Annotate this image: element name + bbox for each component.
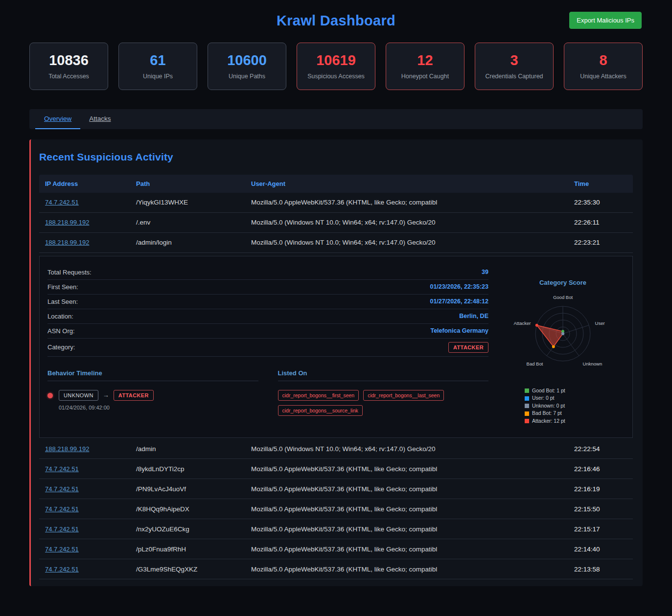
stat-label: Total Accesses bbox=[35, 73, 103, 80]
table-row[interactable]: 74.7.242.51 /YiqykGI13WHXE Mozilla/5.0 A… bbox=[39, 193, 633, 213]
tab[interactable]: Overview bbox=[35, 109, 80, 129]
radar-chart-title: Category Score bbox=[539, 279, 586, 286]
detail-field-row: Total Requests: 39 bbox=[47, 265, 488, 280]
stat-card: 10600 Unique Paths bbox=[208, 43, 286, 90]
detail-left: Total Requests: 39 First Seen: 01/23/202… bbox=[47, 265, 488, 425]
ip-link[interactable]: 74.7.242.51 bbox=[45, 546, 79, 553]
category-badge-unknown: UNKNOWN bbox=[59, 390, 98, 401]
ip-link[interactable]: 74.7.242.51 bbox=[45, 199, 79, 206]
table-rows-top: 74.7.242.51 /YiqykGI13WHXE Mozilla/5.0 A… bbox=[39, 193, 633, 253]
path-cell: /admin/login bbox=[136, 239, 251, 246]
tab[interactable]: Attacks bbox=[80, 109, 119, 129]
time-cell: 22:16:46 bbox=[574, 465, 627, 473]
ip-link[interactable]: 74.7.242.51 bbox=[45, 505, 79, 513]
user-agent-cell: Mozilla/5.0 AppleWebKit/537.36 (KHTML, l… bbox=[251, 525, 574, 533]
stat-value: 8 bbox=[569, 52, 637, 69]
col-header-path: Path bbox=[136, 180, 251, 187]
field-value: Berlin, DE bbox=[459, 313, 488, 319]
stat-card: 10836 Total Accesses bbox=[29, 43, 108, 90]
path-cell: /pLz0Fnua9fRhH bbox=[136, 546, 251, 553]
field-value: ATTACKER bbox=[448, 342, 488, 353]
field-label: ASN Org: bbox=[47, 327, 75, 335]
field-label: Total Requests: bbox=[47, 269, 92, 276]
legend-item: Unknown: 0 pt bbox=[525, 402, 565, 410]
stat-label: Unique Attackers bbox=[569, 73, 637, 80]
stats-row: 10836 Total Accesses 61 Unique IPs 10600… bbox=[29, 43, 643, 90]
detail-field-row: Category: ATTACKER bbox=[47, 339, 488, 357]
ip-link[interactable]: 188.218.99.192 bbox=[45, 219, 89, 226]
svg-text:Good Bot: Good Bot bbox=[553, 295, 573, 300]
path-cell: /K8HQq9hAipeDX bbox=[136, 505, 251, 513]
ip-link[interactable]: 188.218.99.192 bbox=[45, 239, 89, 246]
field-value: 39 bbox=[482, 269, 488, 275]
stat-value: 10600 bbox=[213, 52, 281, 69]
time-cell: 22:16:19 bbox=[574, 485, 627, 493]
user-agent-cell: Mozilla/5.0 AppleWebKit/537.36 (KHTML, l… bbox=[251, 465, 574, 473]
blocklist-badge[interactable]: cidr_report_bogons__source_link bbox=[278, 405, 363, 416]
table-row[interactable]: 188.218.99.192 /admin Mozilla/5.0 (Windo… bbox=[39, 439, 633, 459]
col-header-user-agent: User-Agent bbox=[251, 180, 574, 187]
table-row[interactable]: 74.7.242.51 /nx2yUOZuE6Ckg Mozilla/5.0 A… bbox=[39, 519, 633, 539]
radar-legend: Good Bot: 1 pt User: 0 pt Unknown: 0 pt bbox=[501, 387, 565, 425]
path-cell: /.env bbox=[136, 219, 251, 226]
col-header-time: Time bbox=[574, 180, 627, 187]
user-agent-cell: Mozilla/5.0 (Windows NT 10.0; Win64; x64… bbox=[251, 239, 574, 246]
table-row[interactable]: 74.7.242.51 /G3Lme9ShEQgXKZ Mozilla/5.0 … bbox=[39, 559, 633, 579]
behavior-timeline-title: Behavior Timeline bbox=[47, 369, 258, 381]
suspicious-activity-table: IP Address Path User-Agent Time 74.7.242… bbox=[39, 175, 633, 580]
legend-item: Bad Bot: 7 pt bbox=[525, 410, 565, 417]
ip-link[interactable]: 74.7.242.51 bbox=[45, 485, 79, 493]
timeline-content: UNKNOWN → ATTACKER 01/24/2026, 09:42:00 bbox=[59, 390, 154, 411]
time-cell: 22:13:58 bbox=[574, 566, 627, 573]
detail-field-row: First Seen: 01/23/2026, 22:35:23 bbox=[47, 280, 488, 295]
page: Krawl Dashboard Export Malicious IPs 108… bbox=[0, 0, 672, 596]
behavior-timeline-section: Behavior Timeline UNKNOWN → ATTACKER bbox=[47, 369, 258, 416]
table-row[interactable]: 188.218.99.192 /.env Mozilla/5.0 (Window… bbox=[39, 213, 633, 233]
detail-field-row: ASN Org: Telefonica Germany bbox=[47, 324, 488, 339]
table-rows-bottom: 188.218.99.192 /admin Mozilla/5.0 (Windo… bbox=[39, 439, 633, 579]
table-row[interactable]: 74.7.242.51 /pLz0Fnua9fRhH Mozilla/5.0 A… bbox=[39, 539, 633, 559]
stat-label: Suspicious Accesses bbox=[302, 73, 370, 80]
ip-link[interactable]: 74.7.242.51 bbox=[45, 566, 79, 573]
field-value: 01/23/2026, 22:35:23 bbox=[430, 283, 488, 290]
table-row[interactable]: 188.218.99.192 /admin/login Mozilla/5.0 … bbox=[39, 233, 633, 253]
tab-bar: Overview Attacks bbox=[29, 109, 643, 129]
stat-card: 12 Honeypot Caught bbox=[386, 43, 464, 90]
ip-link[interactable]: 188.218.99.192 bbox=[45, 445, 89, 453]
table-row[interactable]: 74.7.242.51 /8ykdLnDYTi2cp Mozilla/5.0 A… bbox=[39, 459, 633, 479]
field-label: Last Seen: bbox=[47, 298, 78, 305]
legend-swatch-icon bbox=[525, 404, 529, 408]
user-agent-cell: Mozilla/5.0 AppleWebKit/537.36 (KHTML, l… bbox=[251, 546, 574, 553]
user-agent-cell: Mozilla/5.0 AppleWebKit/537.36 (KHTML, l… bbox=[251, 485, 574, 493]
ip-link[interactable]: 74.7.242.51 bbox=[45, 465, 79, 473]
path-cell: /admin bbox=[136, 445, 251, 453]
page-title: Krawl Dashboard bbox=[29, 13, 643, 29]
time-cell: 22:14:40 bbox=[574, 546, 627, 553]
table-row[interactable]: 74.7.242.51 /K8HQq9hAipeDX Mozilla/5.0 A… bbox=[39, 499, 633, 519]
svg-text:Unknown: Unknown bbox=[583, 361, 602, 366]
stat-label: Credentials Captured bbox=[480, 73, 548, 80]
col-header-ip: IP Address bbox=[45, 180, 136, 187]
stat-value: 12 bbox=[391, 52, 459, 69]
field-value: Telefonica Germany bbox=[430, 327, 488, 334]
user-agent-cell: Mozilla/5.0 (Windows NT 10.0; Win64; x64… bbox=[251, 219, 574, 226]
ip-detail-panel: Total Requests: 39 First Seen: 01/23/202… bbox=[39, 256, 633, 438]
path-cell: /YiqykGI13WHXE bbox=[136, 199, 251, 206]
field-label: First Seen: bbox=[47, 283, 78, 291]
listed-on-section: Listed On cidr_report_bogons__first_seen… bbox=[278, 369, 489, 416]
ip-link[interactable]: 74.7.242.51 bbox=[45, 525, 79, 533]
blocklist-badge[interactable]: cidr_report_bogons__first_seen bbox=[278, 390, 359, 401]
table-row[interactable]: 74.7.242.51 /PN9LvAcJ4uoVf Mozilla/5.0 A… bbox=[39, 479, 633, 499]
legend-label: User: 0 pt bbox=[532, 394, 555, 402]
legend-item: Attacker: 12 pt bbox=[525, 417, 565, 425]
time-cell: 22:23:21 bbox=[574, 239, 627, 246]
timeline-dot-icon bbox=[47, 393, 53, 398]
time-cell: 22:15:50 bbox=[574, 505, 627, 513]
panel-title: Recent Suspicious Activity bbox=[39, 151, 633, 163]
stat-label: Unique IPs bbox=[124, 73, 192, 80]
export-malicious-ips-button[interactable]: Export Malicious IPs bbox=[569, 12, 642, 29]
legend-label: Bad Bot: 7 pt bbox=[532, 410, 562, 417]
path-cell: /G3Lme9ShEQgXKZ bbox=[136, 566, 251, 573]
time-cell: 22:22:54 bbox=[574, 445, 627, 453]
blocklist-badge[interactable]: cidr_report_bogons__last_seen bbox=[363, 390, 444, 401]
